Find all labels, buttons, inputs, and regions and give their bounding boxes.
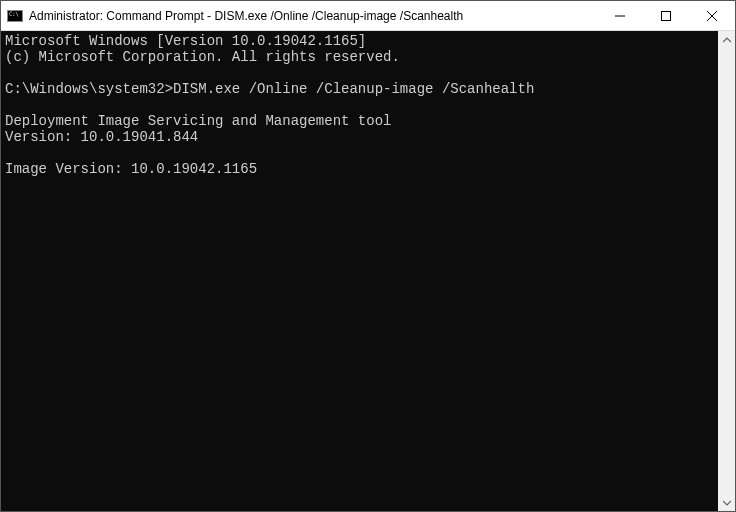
close-icon (707, 11, 717, 21)
app-icon (7, 8, 23, 24)
scroll-up-button[interactable] (718, 31, 735, 48)
svg-rect-1 (662, 11, 671, 20)
window-title: Administrator: Command Prompt - DISM.exe… (29, 9, 597, 23)
titlebar-buttons (597, 1, 735, 30)
titlebar[interactable]: Administrator: Command Prompt - DISM.exe… (1, 1, 735, 31)
chevron-down-icon (723, 499, 731, 507)
vertical-scrollbar[interactable] (718, 31, 735, 511)
scroll-down-button[interactable] (718, 494, 735, 511)
os-version-line: Microsoft Windows [Version 10.0.19042.11… (5, 33, 366, 49)
dism-tool-line: Deployment Image Servicing and Managemen… (5, 113, 391, 129)
scrollbar-track[interactable] (718, 48, 735, 494)
chevron-up-icon (723, 36, 731, 44)
image-version-line: Image Version: 10.0.19042.1165 (5, 161, 257, 177)
minimize-icon (615, 11, 625, 21)
close-button[interactable] (689, 1, 735, 30)
prompt-text: C:\Windows\system32> (5, 81, 173, 97)
minimize-button[interactable] (597, 1, 643, 30)
terminal-output[interactable]: Microsoft Windows [Version 10.0.19042.11… (1, 31, 718, 511)
copyright-line: (c) Microsoft Corporation. All rights re… (5, 49, 400, 65)
content-area: Microsoft Windows [Version 10.0.19042.11… (1, 31, 735, 511)
maximize-icon (661, 11, 671, 21)
command-text: DISM.exe /Online /Cleanup-image /Scanhea… (173, 81, 534, 97)
command-prompt-window: Administrator: Command Prompt - DISM.exe… (0, 0, 736, 512)
cmd-icon (7, 10, 23, 22)
maximize-button[interactable] (643, 1, 689, 30)
dism-version-line: Version: 10.0.19041.844 (5, 129, 198, 145)
